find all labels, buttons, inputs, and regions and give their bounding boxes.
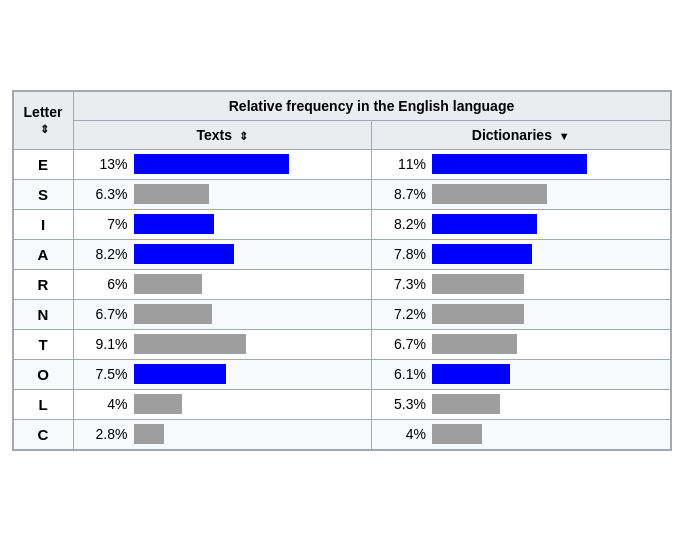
dicts-bar [432, 334, 517, 354]
letter-header-label: Letter [24, 104, 63, 120]
letter-cell: O [13, 359, 73, 389]
texts-cell: 2.8% [73, 419, 372, 449]
texts-bar [134, 244, 234, 264]
table-row: S6.3%8.7% [13, 179, 670, 209]
letter-header[interactable]: Letter ⇕ [13, 91, 73, 149]
dicts-cell: 7.8% [372, 239, 671, 269]
dicts-pct: 7.8% [376, 246, 426, 262]
dicts-cell: 6.1% [372, 359, 671, 389]
dicts-bar [432, 154, 587, 174]
texts-bar [134, 304, 212, 324]
texts-header[interactable]: Texts ⇕ [73, 120, 372, 149]
table-row: O7.5%6.1% [13, 359, 670, 389]
texts-bar [134, 394, 182, 414]
dicts-pct: 6.1% [376, 366, 426, 382]
dicts-pct: 7.3% [376, 276, 426, 292]
dicts-pct: 5.3% [376, 396, 426, 412]
dicts-cell: 4% [372, 419, 671, 449]
texts-pct: 4% [78, 396, 128, 412]
dicts-cell: 8.2% [372, 209, 671, 239]
texts-bar [134, 424, 164, 444]
letter-cell: N [13, 299, 73, 329]
texts-bar [134, 154, 289, 174]
dicts-cell: 6.7% [372, 329, 671, 359]
texts-pct: 13% [78, 156, 128, 172]
table-row: N6.7%7.2% [13, 299, 670, 329]
dicts-header-label: Dictionaries [472, 127, 552, 143]
texts-pct: 9.1% [78, 336, 128, 352]
dicts-cell: 11% [372, 149, 671, 179]
texts-cell: 9.1% [73, 329, 372, 359]
texts-pct: 7.5% [78, 366, 128, 382]
texts-header-label: Texts [197, 127, 233, 143]
table-row: C2.8%4% [13, 419, 670, 449]
letter-cell: A [13, 239, 73, 269]
dicts-pct: 7.2% [376, 306, 426, 322]
texts-bar [134, 184, 209, 204]
letter-cell: E [13, 149, 73, 179]
texts-cell: 6% [73, 269, 372, 299]
dicts-bar [432, 214, 537, 234]
dicts-pct: 6.7% [376, 336, 426, 352]
table-row: E13%11% [13, 149, 670, 179]
texts-cell: 8.2% [73, 239, 372, 269]
dicts-pct: 11% [376, 156, 426, 172]
letter-cell: C [13, 419, 73, 449]
frequency-table: Letter ⇕ Relative frequency in the Engli… [12, 90, 672, 451]
dicts-sort-icon[interactable]: ▼ [559, 130, 570, 142]
texts-sort-icon[interactable]: ⇕ [239, 130, 248, 142]
main-header: Relative frequency in the English langua… [73, 91, 670, 120]
dicts-bar [432, 184, 547, 204]
dicts-bar [432, 364, 510, 384]
dicts-bar [432, 394, 500, 414]
texts-cell: 7% [73, 209, 372, 239]
texts-cell: 6.7% [73, 299, 372, 329]
texts-cell: 6.3% [73, 179, 372, 209]
dicts-cell: 5.3% [372, 389, 671, 419]
texts-bar [134, 274, 202, 294]
dicts-pct: 8.2% [376, 216, 426, 232]
table-row: R6%7.3% [13, 269, 670, 299]
main-header-label: Relative frequency in the English langua… [229, 98, 515, 114]
letter-cell: T [13, 329, 73, 359]
texts-pct: 6.7% [78, 306, 128, 322]
dicts-cell: 8.7% [372, 179, 671, 209]
texts-cell: 4% [73, 389, 372, 419]
dicts-header[interactable]: Dictionaries ▼ [372, 120, 671, 149]
dicts-cell: 7.3% [372, 269, 671, 299]
texts-pct: 6% [78, 276, 128, 292]
letter-sort-icon[interactable]: ⇕ [40, 123, 49, 135]
dicts-bar [432, 244, 532, 264]
dicts-bar [432, 274, 524, 294]
texts-pct: 8.2% [78, 246, 128, 262]
table-row: T9.1%6.7% [13, 329, 670, 359]
texts-pct: 6.3% [78, 186, 128, 202]
letter-cell: L [13, 389, 73, 419]
texts-pct: 7% [78, 216, 128, 232]
letter-cell: S [13, 179, 73, 209]
texts-bar [134, 214, 214, 234]
dicts-bar [432, 304, 524, 324]
letter-cell: I [13, 209, 73, 239]
table-row: L4%5.3% [13, 389, 670, 419]
dicts-pct: 4% [376, 426, 426, 442]
texts-cell: 13% [73, 149, 372, 179]
texts-bar [134, 364, 226, 384]
dicts-bar [432, 424, 482, 444]
dicts-pct: 8.7% [376, 186, 426, 202]
table-row: A8.2%7.8% [13, 239, 670, 269]
table-row: I7%8.2% [13, 209, 670, 239]
texts-pct: 2.8% [78, 426, 128, 442]
letter-cell: R [13, 269, 73, 299]
texts-bar [134, 334, 246, 354]
texts-cell: 7.5% [73, 359, 372, 389]
dicts-cell: 7.2% [372, 299, 671, 329]
